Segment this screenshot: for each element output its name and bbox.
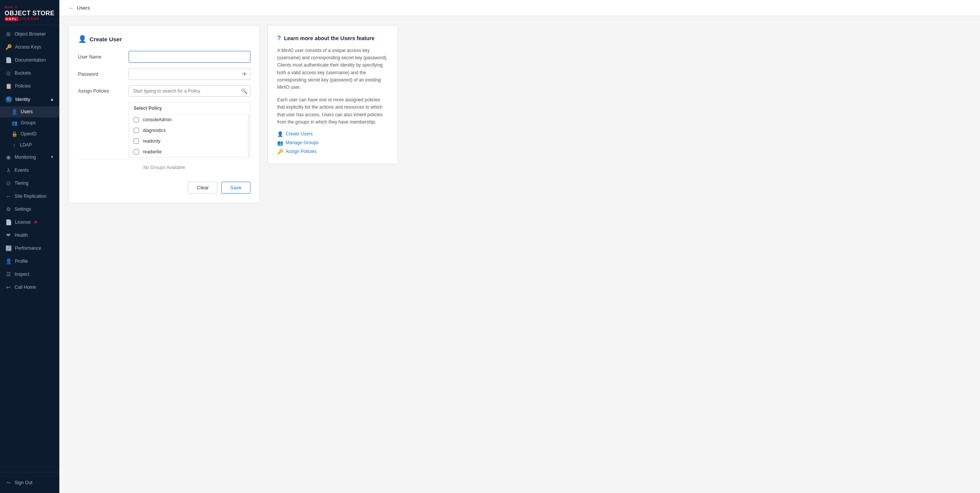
profile-icon: 👤 (5, 258, 12, 264)
sidebar-item-events[interactable]: λ Events (0, 164, 59, 177)
password-label: Password (78, 72, 124, 77)
sidebar-item-site-replication[interactable]: ↔ Site Replication (0, 190, 59, 203)
sidebar-item-label: Buckets (15, 70, 31, 76)
sidebar-bottom: ⤳ Sign Out (0, 472, 59, 493)
sidebar-item-profile[interactable]: 👤 Profile (0, 255, 59, 268)
list-item[interactable]: consoleAdmin (129, 114, 250, 125)
info-links: 👤 Create Users 👥 Manage Groups 🔑 Assign … (277, 131, 388, 155)
sidebar-sub-ldap[interactable]: ↕ LDAP (0, 140, 59, 151)
clear-button[interactable]: Clear (188, 182, 217, 194)
sidebar-item-label: Performance (15, 246, 41, 251)
events-icon: λ (5, 167, 11, 173)
sidebar-item-identity[interactable]: ID Identity ▲ (0, 93, 59, 106)
sidebar-item-documentation[interactable]: 📄 Documentation (0, 54, 59, 67)
topbar: ← Users (59, 0, 980, 16)
info-link-assign-policies[interactable]: 🔑 Assign Policies (277, 149, 388, 155)
username-input[interactable] (129, 51, 250, 63)
sidebar-item-label: Object Browser (15, 31, 46, 37)
sidebar: MINIO OBJECT STORE AGPL LICENSE ⊞ Object… (0, 0, 59, 493)
sidebar-item-tiering[interactable]: ⊙ Tiering (0, 177, 59, 190)
sidebar-item-monitoring[interactable]: ◉ Monitoring ▼ (0, 151, 59, 164)
save-button[interactable]: Save (221, 182, 250, 194)
ldap-sub-icon: ↕ (11, 142, 17, 148)
password-toggle-icon[interactable]: 👁 (242, 71, 247, 77)
info-link-manage-groups[interactable]: 👥 Manage Groups (277, 140, 388, 146)
documentation-icon: 📄 (5, 57, 12, 63)
list-item[interactable]: readonly (129, 136, 250, 146)
policy-label: diagnostics (143, 128, 166, 133)
policies-icon: 📋 (5, 83, 12, 89)
performance-icon: 🔄 (5, 245, 12, 251)
info-card-title: ? Learn more about the Users feature (277, 35, 388, 42)
sidebar-item-buckets[interactable]: ◎ Buckets (0, 67, 59, 80)
inspect-icon: ☰ (5, 271, 11, 277)
sidebar-item-settings[interactable]: ⚙ Settings (0, 203, 59, 216)
object-browser-icon: ⊞ (5, 31, 11, 37)
sign-out-button[interactable]: ⤳ Sign Out (0, 476, 59, 489)
buckets-icon: ◎ (5, 70, 11, 76)
sidebar-item-object-browser[interactable]: ⊞ Object Browser (0, 28, 59, 41)
policy-checkbox-readwrite[interactable] (134, 149, 139, 155)
info-link-create-users[interactable]: 👤 Create Users (277, 131, 388, 137)
no-groups-text: No Groups Available (78, 159, 250, 176)
password-input[interactable] (129, 68, 250, 80)
sidebar-item-performance[interactable]: 🔄 Performance (0, 242, 59, 255)
logo-area: MINIO OBJECT STORE AGPL LICENSE (0, 0, 59, 25)
sidebar-item-health[interactable]: ❤ Health (0, 229, 59, 242)
policy-label: readonly (143, 138, 160, 144)
action-buttons: Clear Save (78, 182, 250, 194)
sidebar-item-label: Call Home (15, 285, 36, 290)
sidebar-sub-label: Users (21, 109, 33, 114)
policy-search-input[interactable] (129, 85, 250, 97)
health-icon: ❤ (5, 232, 11, 238)
policy-dropdown: Select Policy consoleAdmin diagnostics r… (129, 102, 250, 158)
breadcrumb: Users (77, 5, 90, 11)
back-arrow[interactable]: ← (69, 5, 74, 11)
policy-label: consoleAdmin (143, 117, 172, 122)
monitoring-arrow: ▼ (50, 155, 54, 159)
create-user-icon: 👤 (78, 35, 87, 43)
license-icon: 📄 (5, 219, 12, 225)
sidebar-sub-users[interactable]: 👤 Users (0, 106, 59, 117)
create-user-card: 👤 Create User User Name Password 👁 (69, 25, 260, 203)
sidebar-item-inspect[interactable]: ☰ Inspect (0, 268, 59, 281)
policy-label: readwrite (143, 149, 162, 155)
info-paragraph-2: Each user can have one or more assigned … (277, 96, 388, 126)
info-card: ? Learn more about the Users feature A M… (268, 25, 398, 164)
sidebar-item-license[interactable]: 📄 License (0, 216, 59, 229)
policy-checkbox-diagnostics[interactable] (134, 128, 139, 133)
policy-checkbox-readonly[interactable] (134, 138, 139, 144)
tiering-icon: ⊙ (5, 180, 11, 186)
sign-out-label: Sign Out (15, 480, 33, 485)
info-link-label: Create Users (286, 131, 313, 137)
nav-section: ⊞ Object Browser 🔑 Access Keys 📄 Documen… (0, 25, 59, 472)
sidebar-item-label: Inspect (15, 272, 29, 277)
sidebar-item-access-keys[interactable]: 🔑 Access Keys (0, 41, 59, 54)
call-home-icon: ↩ (5, 284, 11, 290)
policy-dropdown-header: Select Policy (129, 103, 250, 114)
sidebar-item-call-home[interactable]: ↩ Call Home (0, 281, 59, 294)
create-users-icon: 👤 (277, 131, 283, 137)
sidebar-sub-label: OpenID (21, 131, 36, 137)
license-badge (34, 221, 37, 223)
sidebar-sub-openid[interactable]: 🔓 OpenID (0, 129, 59, 140)
sidebar-item-label: Monitoring (15, 155, 36, 160)
sidebar-item-label: Site Replication (15, 194, 46, 199)
sidebar-item-label: Events (15, 168, 29, 173)
sidebar-item-label: Policies (15, 83, 31, 89)
logo-title: OBJECT STORE (5, 10, 55, 17)
list-item[interactable]: readwrite (129, 146, 250, 157)
access-keys-icon: 🔑 (5, 44, 12, 50)
policy-search-icon[interactable]: 🔍 (241, 88, 247, 94)
username-row: User Name (78, 51, 250, 63)
sidebar-item-policies[interactable]: 📋 Policies (0, 80, 59, 93)
policy-checkbox-consoleadmin[interactable] (134, 117, 139, 122)
sidebar-item-label: Access Keys (15, 44, 41, 50)
content-area: 👤 Create User User Name Password 👁 (59, 16, 980, 212)
manage-groups-icon: 👥 (277, 140, 283, 146)
main-content: ← Users 👤 Create User User Name Password (59, 0, 980, 493)
username-input-wrap (129, 51, 250, 63)
list-item[interactable]: diagnostics (129, 125, 250, 136)
sidebar-sub-groups[interactable]: 👥 Groups (0, 117, 59, 129)
username-label: User Name (78, 54, 124, 60)
